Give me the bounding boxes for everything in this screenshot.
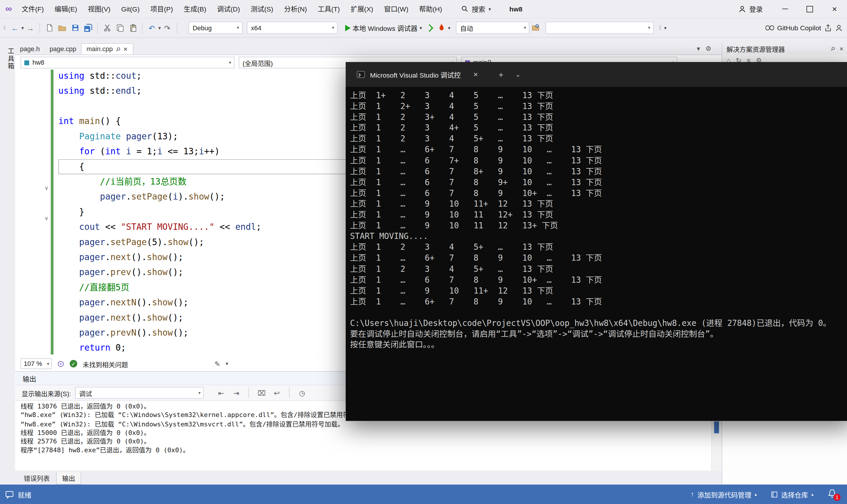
tab-error-list[interactable]: 错误列表 [18,472,55,484]
maximize-button[interactable] [797,0,822,18]
start-debug-button[interactable]: 本地 Windows 调试器 ▾ [345,23,422,33]
window-title: hw8 [509,5,522,13]
output-line: 线程 15000 已退出，返回值为 0 (0x0)。 [21,429,711,437]
menu-item[interactable]: 窗口(W) [379,0,414,18]
toolbar-grip-icon: ⁞⁞ [659,25,661,31]
attach-value: 自动 [460,23,473,32]
tab-list-dropdown-icon[interactable]: ▾ [697,45,700,52]
pin-icon[interactable]: ⚲ [115,46,121,53]
find-in-files-button[interactable] [529,21,542,34]
paste-button[interactable] [126,21,139,34]
zoom-dropdown[interactable]: 107 % ▾ [21,358,52,369]
feedback-icon[interactable] [835,24,843,32]
console-text: 上页 1+ 2 3 4 5 … 13 下页 上页 1 2+ 3 4 5 … 13… [346,87,847,350]
timestamp-icon[interactable]: ◷ [297,389,308,397]
console-body[interactable]: 上页 1+ 2 3 4 5 … 13 下页 上页 1 2+ 3 4 5 … 13… [346,87,847,421]
minimize-button[interactable] [773,0,797,18]
console-tab[interactable]: Microsoft Visual Studio 调试控 ✕ [350,62,485,87]
menu-item[interactable]: 调试(D) [211,0,245,18]
open-file-button[interactable] [56,21,69,34]
status-bar: 就绪 ↑ 添加到源代码管理 ▴ 选择仓库 ▴ 1 [0,485,847,504]
notifications-button[interactable]: 1 [828,489,839,500]
prev-message-icon[interactable]: ⇤ [215,389,226,397]
undo-button[interactable]: ↶ [145,21,158,34]
gear-icon[interactable]: ⚙ [706,45,711,52]
pin-icon[interactable]: ⚲ [829,45,836,52]
save-button[interactable] [69,21,82,34]
search-toolbar-dropdown[interactable]: ▾ [546,21,653,34]
undo-caret-icon[interactable]: ▾ [158,25,161,30]
new-file-button[interactable] [43,21,56,34]
menu-item[interactable]: 视图(V) [82,0,116,18]
menu-item[interactable]: 生成(B) [178,0,211,18]
add-to-source-control-button[interactable]: ↑ 添加到源代码管理 ▴ [691,489,757,499]
word-wrap-icon[interactable]: ↩ [271,389,282,397]
project-dropdown[interactable]: hw8 ▾ [21,57,235,69]
bottom-tool-tabs: 错误列表 输出 [15,470,722,485]
chevron-down-icon[interactable]: ▾ [448,25,450,30]
tab-output[interactable]: 输出 [56,472,81,485]
copilot-button[interactable]: GitHub Copilot [765,24,843,32]
platform-dropdown[interactable]: x64▾ [246,21,337,34]
sign-in-button[interactable]: 登录 [739,4,763,14]
tab-page.h[interactable]: page.h [15,43,45,55]
health-check-icon[interactable]: ✓ [70,360,77,367]
collapse-icon[interactable]: ∨ [42,185,51,191]
menu-item[interactable]: 测试(S) [245,0,279,18]
menu-item[interactable]: Git(G) [116,0,145,18]
output-source-label: 显示输出来源(S): [21,388,71,397]
start-without-debug-button[interactable] [422,21,435,34]
notification-badge: 1 [833,494,841,501]
new-tab-icon[interactable]: + [499,70,503,79]
menu-item[interactable]: 分析(N) [279,0,312,18]
menu-item[interactable]: 编辑(E) [49,0,82,18]
chevron-down-icon[interactable]: ▾ [226,361,228,366]
search-box[interactable]: 搜索 ▾ [462,4,491,14]
share-icon[interactable] [824,24,832,32]
chevron-down-icon: ▾ [229,60,231,65]
solution-explorer-header[interactable]: 解决方案资源管理器 ⚲ ✕ [722,43,847,55]
search-icon [462,5,469,12]
main-toolbar: ⁞⁞ ← ▾ → ↶ ▾ ↷ Debug▾ x64▾ 本地 Windows 调试… [0,18,847,38]
debug-console-window[interactable]: Microsoft Visual Studio 调试控 ✕ + ⌄ 上页 1+ … [346,62,847,421]
toolbar-overflow-icon[interactable]: ▾ [664,25,667,30]
collapse-icon[interactable]: ∨ [42,215,51,221]
cut-button[interactable] [101,21,114,34]
solution-config-dropdown[interactable]: Debug▾ [188,21,242,34]
menu-item[interactable]: 帮助(H) [414,0,447,18]
change-tracking-bar [51,70,54,355]
next-message-icon[interactable]: ⇥ [231,389,242,397]
clear-output-icon[interactable]: ⌧ [256,389,267,397]
play-icon [345,25,350,31]
sync-icon[interactable] [57,360,65,367]
add-source-label: 添加到源代码管理 [697,489,751,499]
output-source-dropdown[interactable]: 调试 ▾ [75,387,204,398]
menu-item[interactable]: 扩展(X) [345,0,379,18]
menu-item[interactable]: 项目(P) [145,0,178,18]
redo-button[interactable]: ↷ [161,21,174,34]
tab-page.cpp[interactable]: page.cpp [45,43,81,55]
tab-main.cpp[interactable]: main.cpp⚲✕ [81,43,133,55]
close-icon[interactable]: ✕ [839,46,844,52]
navigate-forward-button[interactable]: → [24,21,37,34]
close-tab-icon[interactable]: ✕ [473,71,478,78]
toolbox-vertical-tab[interactable]: 工具箱 [0,44,15,70]
navigate-back-button[interactable]: ← [8,21,21,34]
save-all-button[interactable] [82,21,94,34]
close-window-button[interactable]: ✕ [822,0,847,18]
menu-item[interactable]: 文件(F) [16,0,49,18]
close-icon[interactable]: ✕ [123,46,128,52]
attach-dropdown[interactable]: 自动▾ [456,21,529,34]
tab-dropdown-icon[interactable]: ⌄ [515,71,520,78]
output-line: 程序“[27848] hw8.exe”已退出，返回值为 0 (0x0)。 [21,446,711,455]
scrollbar-thumb[interactable] [714,421,719,433]
code-cleanup-icon[interactable]: ✎ [214,360,220,368]
back-caret-icon[interactable]: ▾ [21,25,24,30]
console-icon [357,70,365,79]
menu-item[interactable]: 工具(T) [312,0,345,18]
hot-reload-button[interactable] [435,21,448,34]
select-repository-button[interactable]: 选择仓库 ▴ [771,489,813,499]
console-title-bar[interactable]: Microsoft Visual Studio 调试控 ✕ + ⌄ [346,62,847,87]
feedback-icon[interactable] [5,490,14,499]
copy-button[interactable] [114,21,126,34]
